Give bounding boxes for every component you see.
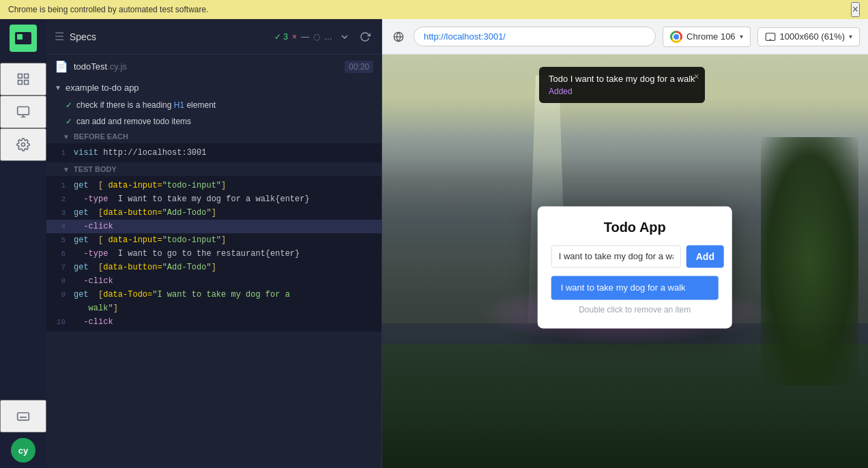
viewport-icon (765, 31, 776, 42)
before-each-label: BEFORE EACH (74, 132, 128, 141)
browser-content: × Todo I want to take my dog for a walk … (382, 55, 868, 468)
sidebar-item-settings[interactable] (0, 128, 46, 161)
todo-hint: Double click to remove an item (551, 305, 719, 315)
code-line-10: 10 -click (46, 315, 381, 329)
test-body-code: 1 get [ data-input="todo-input"] 2 -type… (46, 176, 381, 332)
svg-point-5 (22, 143, 25, 147)
dash-count: — (301, 32, 309, 42)
todo-add-button[interactable]: Add (686, 245, 724, 267)
svg-rect-6 (18, 413, 29, 420)
code-line-4: 4 -click (46, 220, 381, 233)
check-icon: ✓ (274, 32, 281, 42)
pass-icon-2: ✓ (66, 117, 72, 126)
suite-arrow-icon: ▼ (55, 84, 61, 91)
banner-close-button[interactable]: × (851, 2, 860, 17)
tooltip-notification: × Todo I want to take my dog for a walk … (539, 67, 705, 103)
svg-rect-4 (18, 107, 29, 115)
svg-rect-1 (25, 74, 29, 78)
sidebar-item-keyboard[interactable] (0, 400, 46, 433)
automation-banner: Chrome is being controlled by automated … (0, 0, 868, 19)
tooltip-title: Todo I want to take my dog for a walk (549, 74, 695, 84)
ellipsis-count: … (324, 32, 332, 42)
suite-header[interactable]: ▼ example to-do app (46, 78, 381, 97)
code-line-5: 5 get [ data-input="todo-input"] (46, 233, 381, 247)
test-list: ▼ example to-do app ✓ check if there is … (46, 78, 381, 468)
cypress-logo[interactable] (10, 25, 37, 52)
viewport-dropdown-icon: ▾ (849, 33, 852, 40)
menu-icon: ☰ (55, 30, 64, 43)
code-line-8: 8 -click (46, 274, 381, 288)
chrome-logo (670, 31, 682, 43)
fail-count: × (292, 32, 297, 42)
suite-name: example to-do app (66, 83, 139, 93)
code-line-3: 3 get [data-button="Add-Todo"] (46, 206, 381, 220)
test-item[interactable]: ✓ check if there is a heading H1 element (46, 97, 381, 113)
viewport-size: 1000x660 (61%) (780, 31, 845, 42)
code-line-7: 7 get [data-button="Add-Todo"] (46, 261, 381, 274)
svg-rect-0 (18, 74, 23, 78)
refresh-button[interactable] (357, 29, 373, 45)
test-body-label: TEST BODY (74, 165, 117, 173)
file-name: todoTest.cy.js (74, 61, 127, 72)
file-time: 00:20 (345, 61, 373, 73)
todo-list-item[interactable]: I want to take my dog for a walk (551, 276, 719, 299)
sidebar: cy (0, 19, 46, 468)
sidebar-item-runner[interactable] (0, 96, 46, 128)
globe-nav-button[interactable] (390, 29, 407, 45)
browser-toolbar: http://localhost:3001/ Chrome 106 ▾ 1000… (382, 19, 868, 55)
file-icon: 📄 (55, 60, 68, 73)
viewport-info[interactable]: 1000x660 (61%) ▾ (757, 27, 860, 46)
svg-rect-3 (25, 81, 29, 85)
test-panel-header: ☰ Specs ✓ 3 × — ◌ … (46, 19, 381, 55)
code-line-2: 2 -type I want to take my dog for a walk… (46, 192, 381, 206)
before-each-arrow-icon: ▼ (63, 133, 70, 141)
screenshot-area: × Todo I want to take my dog for a walk … (382, 55, 868, 468)
test-body-arrow-icon: ▼ (63, 166, 70, 173)
banner-text: Chrome is being controlled by automated … (8, 5, 208, 14)
test-body-header[interactable]: ▼ TEST BODY (46, 162, 381, 176)
tooltip-close-button[interactable]: × (693, 71, 699, 82)
test-controls: ✓ 3 × — ◌ … (274, 29, 373, 45)
svg-rect-2 (18, 81, 23, 85)
todo-input-row: Add (551, 245, 719, 267)
tooltip-status: Added (549, 87, 695, 96)
url-bar[interactable]: http://localhost:3001/ (414, 27, 656, 46)
sidebar-item-specs[interactable] (0, 63, 46, 96)
dropdown-button[interactable] (336, 29, 353, 45)
code-line-1: 1 get [ data-input="todo-input"] (46, 179, 381, 192)
pass-icon: ✓ (66, 100, 72, 110)
browser-dropdown-icon: ▾ (740, 33, 743, 40)
todo-app-title: Todo App (551, 220, 719, 235)
sidebar-bottom: cy (0, 400, 46, 468)
code-line-9b: walk"] (46, 302, 381, 315)
code-line-before-1: 1 visit http://localhost:3001 (46, 146, 381, 160)
pass-count: ✓ 3 (274, 32, 288, 42)
test-name-2: can add and remove todo items (76, 117, 191, 126)
browser-info[interactable]: Chrome 106 ▾ (663, 27, 751, 47)
browser-panel: http://localhost:3001/ Chrome 106 ▾ 1000… (382, 19, 868, 468)
trees-layer (761, 137, 858, 385)
specs-title: Specs (70, 31, 269, 42)
file-header: 📄 todoTest.cy.js 00:20 (46, 55, 381, 78)
before-each-header[interactable]: ▼ BEFORE EACH (46, 130, 381, 143)
code-line-6: 6 -type I want to go to the restaurant{e… (46, 247, 381, 261)
code-line-9: 9 get [data-Todo="I want to take my dog … (46, 288, 381, 302)
pending-count: ◌ (313, 32, 320, 42)
test-item-2[interactable]: ✓ can add and remove todo items (46, 113, 381, 130)
todo-input[interactable] (551, 245, 681, 267)
cypress-version-badge: cy (11, 438, 35, 463)
main-layout: cy ☰ Specs ✓ 3 × — ◌ (0, 19, 868, 468)
todo-widget: Todo App Add I want to take my dog for a… (538, 206, 732, 328)
before-each-code: 1 visit http://localhost:3001 (46, 143, 381, 162)
test-panel: ☰ Specs ✓ 3 × — ◌ … (46, 19, 382, 468)
test-name-1: check if there is a heading H1 element (76, 100, 216, 110)
url-text: http://localhost:3001/ (424, 31, 506, 42)
browser-name: Chrome 106 (686, 31, 736, 42)
